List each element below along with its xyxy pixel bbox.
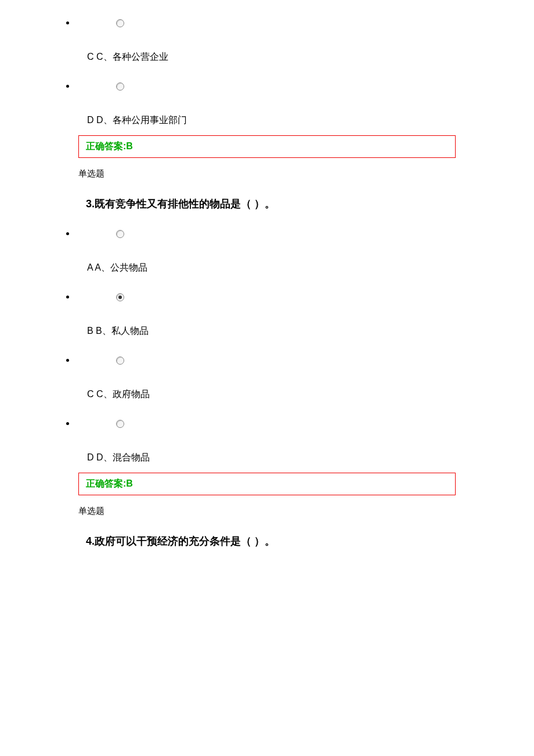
q3-option-d-radio-row <box>75 418 459 429</box>
q3-option-a-text: A A、公共物品 <box>75 262 459 274</box>
radio-icon[interactable] <box>116 420 124 428</box>
option-label: 公共物品 <box>110 262 147 272</box>
option-label: 混合物品 <box>113 452 150 462</box>
answer-label: 正确答案: <box>86 141 126 151</box>
radio-icon[interactable] <box>116 293 124 301</box>
question-number: 4. <box>86 535 95 547</box>
q2-option-d-text: D D、各种公用事业部门 <box>75 114 459 127</box>
q3-options-list: A A、公共物品 B B、私人物品 C C、政府物品 D D、混合物品 <box>75 228 459 464</box>
q3-option-d-item: D D、混合物品 <box>75 418 459 464</box>
question-text: 既有竞争性又有排他性的物品是（ ）。 <box>95 198 275 210</box>
q3-option-a-item: A A、公共物品 <box>75 228 459 274</box>
option-label: 私人物品 <box>111 326 149 336</box>
q3-answer-box: 正确答案:B <box>78 473 456 495</box>
q3-option-a-radio-row <box>75 228 459 239</box>
q3-option-c-text: C C、政府物品 <box>75 388 459 401</box>
radio-icon[interactable] <box>116 230 124 238</box>
q3-option-d-text: D D、混合物品 <box>75 452 459 464</box>
q2-answer-box: 正确答案:B <box>78 135 456 158</box>
option-letter: D D、 <box>87 452 113 462</box>
q3-option-c-item: C C、政府物品 <box>75 355 459 401</box>
q2-option-c-item: C C、各种公营企业 <box>75 17 459 63</box>
radio-icon[interactable] <box>116 82 124 91</box>
q3-option-b-item: B B、私人物品 <box>75 291 459 337</box>
answer-value: B <box>126 478 133 488</box>
question-text: 政府可以干预经济的充分条件是（ ）。 <box>95 535 275 547</box>
answer-label: 正确答案: <box>86 478 126 488</box>
q3-title: 3.既有竞争性又有排他性的物品是（ ）。 <box>75 197 459 211</box>
answer-value: B <box>126 141 133 151</box>
q2-option-c-radio-row <box>75 17 459 28</box>
q3-option-c-radio-row <box>75 355 459 365</box>
option-letter: A A、 <box>87 262 110 272</box>
question-number: 3. <box>86 198 95 210</box>
option-letter: C C、 <box>87 52 113 62</box>
q2-options-list: C C、各种公营企业 D D、各种公用事业部门 <box>75 17 459 127</box>
q3-type: 单选题 <box>75 506 459 517</box>
option-letter: D D、 <box>87 115 113 125</box>
radio-icon[interactable] <box>116 19 124 27</box>
q3-option-b-text: B B、私人物品 <box>75 325 459 337</box>
option-label: 各种公营企业 <box>113 52 168 62</box>
option-label: 政府物品 <box>113 389 150 399</box>
radio-icon[interactable] <box>116 357 124 365</box>
option-letter: B B、 <box>87 326 111 336</box>
q2-option-d-radio-row <box>75 81 459 91</box>
q2-option-d-item: D D、各种公用事业部门 <box>75 81 459 127</box>
q4-title: 4.政府可以干预经济的充分条件是（ ）。 <box>75 534 459 548</box>
option-letter: C C、 <box>87 389 113 399</box>
q2-option-c-text: C C、各种公营企业 <box>75 51 459 63</box>
q2-type: 单选题 <box>75 168 459 179</box>
option-label: 各种公用事业部门 <box>113 115 187 125</box>
q3-option-b-radio-row <box>75 291 459 302</box>
